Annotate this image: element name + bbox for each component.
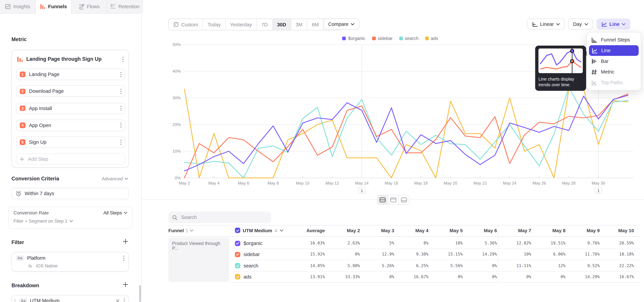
chart-type-menu: Funnel StepsLineBarMetricTop Paths <box>586 32 641 90</box>
cell-value: 0% <box>492 274 497 279</box>
step-kebab-icon[interactable] <box>120 123 122 128</box>
menu-item-funnel-steps[interactable]: Funnel Steps <box>587 34 641 45</box>
table-row-organic[interactable]: $organic16.03%2.63%5%8%10%5.36%12.82%19.… <box>231 238 641 249</box>
conversion-window-label: Within 7 days <box>25 190 54 196</box>
row-checkbox[interactable] <box>235 240 240 246</box>
table-row-search[interactable]: search14.85%5.88%5.26%6.25%5.56%0%11.11%… <box>231 260 641 272</box>
funnel-step-2[interactable]: 2 Download Page <box>16 86 125 97</box>
cell-value: 2.63% <box>348 241 360 245</box>
chart-type-tooltip: Line charts display trends over time. <box>535 46 586 91</box>
granularity-button[interactable]: Day <box>568 18 593 30</box>
select-all-checkbox[interactable] <box>235 228 240 233</box>
step-kebab-icon[interactable] <box>120 72 122 77</box>
svg-text:10%: 10% <box>172 149 181 154</box>
add-step-button[interactable]: Add Step <box>16 153 125 165</box>
toggle-chart-only[interactable] <box>388 195 399 204</box>
svg-text:May 22: May 22 <box>474 181 487 186</box>
row-name: search <box>235 263 258 268</box>
filter-kebab-icon[interactable] <box>123 255 124 261</box>
filter-value[interactable]: iOS Native <box>36 264 58 268</box>
filter-segment-step1-dropdown[interactable]: Filter + Segment on Step 1 <box>14 218 127 224</box>
toggle-table-only[interactable] <box>399 195 409 204</box>
svg-text:May 12: May 12 <box>326 181 339 186</box>
sidebar-scrollbar[interactable] <box>139 285 141 302</box>
tab-flows[interactable]: Flows <box>72 0 107 14</box>
breakdown-card[interactable]: Aa UTM Medium <box>12 295 129 302</box>
chart-type-button[interactable]: Line <box>596 18 630 30</box>
string-type-icon: Aa <box>16 255 24 261</box>
range-7d[interactable]: 7D <box>257 19 272 30</box>
conversion-window-chip[interactable]: Within 7 days <box>12 188 129 199</box>
row-checkbox[interactable] <box>235 252 240 257</box>
menu-item-line[interactable]: Line <box>589 45 639 56</box>
step-kebab-icon[interactable] <box>120 140 122 145</box>
range-yesterday[interactable]: Yesterday <box>226 19 257 30</box>
annotation-marker[interactable]: 1 <box>358 188 366 194</box>
conversion-rate-label: Conversion Rate <box>14 210 49 215</box>
query-sidebar: Metric Landing Page through Sign Up 1 La… <box>0 14 142 302</box>
advanced-dropdown[interactable]: Advanced <box>102 176 128 181</box>
table-row-sidebar[interactable]: sidebar15.92%0%12.9%9.38%15.15%14.29%10%… <box>231 249 641 260</box>
cell-value: 0% <box>389 274 394 279</box>
tab-retention[interactable]: Retention <box>107 0 143 14</box>
all-steps-dropdown[interactable]: All Steps <box>103 210 127 215</box>
axis-scale-button[interactable]: Linear <box>527 18 565 30</box>
row-checkbox[interactable] <box>235 263 240 268</box>
funnel-step-1[interactable]: 1 Landing Page <box>16 68 125 80</box>
linear-scale-icon <box>532 21 538 27</box>
funnel-step-4[interactable]: 4 App Open <box>16 120 125 131</box>
table-row-ads[interactable]: ads13.91%33.33%0%16.67%0%0%0%0%14.29%16.… <box>231 271 641 283</box>
step-number-badge: 5 <box>20 140 25 145</box>
tab-funnels[interactable]: Funnels <box>36 0 72 14</box>
column-header-may-6: May 6 <box>484 228 497 233</box>
metric-card-header[interactable]: Landing Page through Sign Up <box>12 50 129 68</box>
cell-value: 8% <box>424 241 428 245</box>
drag-handle-icon[interactable] <box>14 299 16 302</box>
cell-value: 10% <box>455 241 463 245</box>
menu-item-metric[interactable]: Metric <box>587 66 641 77</box>
range-3m[interactable]: 3M <box>291 19 308 30</box>
add-breakdown-button[interactable] <box>123 282 128 287</box>
funnel-step-3[interactable]: 3 App Install <box>16 102 125 114</box>
funnel-step-5[interactable]: 5 Sign Up <box>16 136 125 148</box>
filter-card[interactable]: Aa Platform Is iOS Native <box>12 252 129 272</box>
conversion-rate-panel: Conversion Rate All Steps Filter + Segme… <box>8 207 133 229</box>
range-30d[interactable]: 30D <box>272 19 291 30</box>
range-custom[interactable]: Custom <box>169 19 203 30</box>
top-paths-icon <box>591 80 597 86</box>
search-input[interactable] <box>180 214 267 221</box>
compare-button[interactable]: Compare <box>323 18 360 30</box>
filter-operator[interactable]: Is <box>28 264 32 268</box>
svg-text:May 18: May 18 <box>414 181 428 186</box>
breakdown-column-dropdown[interactable]: UTM Medium 4 <box>235 228 284 233</box>
row-checkbox[interactable] <box>235 274 240 280</box>
menu-item-bar[interactable]: Bar <box>587 56 641 66</box>
annotation-marker[interactable]: 1 <box>595 188 602 194</box>
tab-insights[interactable]: Insights <box>0 0 36 14</box>
row-label: $organic <box>244 240 262 246</box>
range-6m[interactable]: 6M <box>308 19 324 30</box>
series-line-ads <box>184 89 628 178</box>
svg-text:1: 1 <box>597 188 600 193</box>
cell-value: 12.82% <box>516 241 531 245</box>
svg-text:May 8: May 8 <box>268 181 279 186</box>
string-type-icon: Aa <box>19 298 27 302</box>
line-chart-icon <box>601 21 607 27</box>
column-header-may-10: May 10 <box>618 228 634 233</box>
range-today[interactable]: Today <box>203 19 226 30</box>
breakdown-kebab-icon[interactable] <box>124 298 125 302</box>
table-row-group-label: Product Viewed through P... <box>168 238 229 282</box>
svg-text:May 2: May 2 <box>179 181 190 186</box>
metric-kebab-icon[interactable] <box>122 56 124 62</box>
toggle-split-view[interactable] <box>378 195 388 204</box>
add-filter-button[interactable] <box>123 239 128 244</box>
menu-item-top-paths[interactable]: Top Paths <box>587 77 641 88</box>
remove-breakdown-icon[interactable] <box>116 299 120 302</box>
cell-value: 5.88% <box>348 263 360 268</box>
metric-card: Landing Page through Sign Up 1 Landing P… <box>12 50 129 168</box>
step-kebab-icon[interactable] <box>120 88 122 94</box>
step-kebab-icon[interactable] <box>120 106 122 111</box>
funnel-column-dropdown[interactable]: Funnel 1 <box>168 228 194 233</box>
cell-value: 14.85% <box>310 263 325 268</box>
cell-value: 5.56% <box>450 263 463 268</box>
